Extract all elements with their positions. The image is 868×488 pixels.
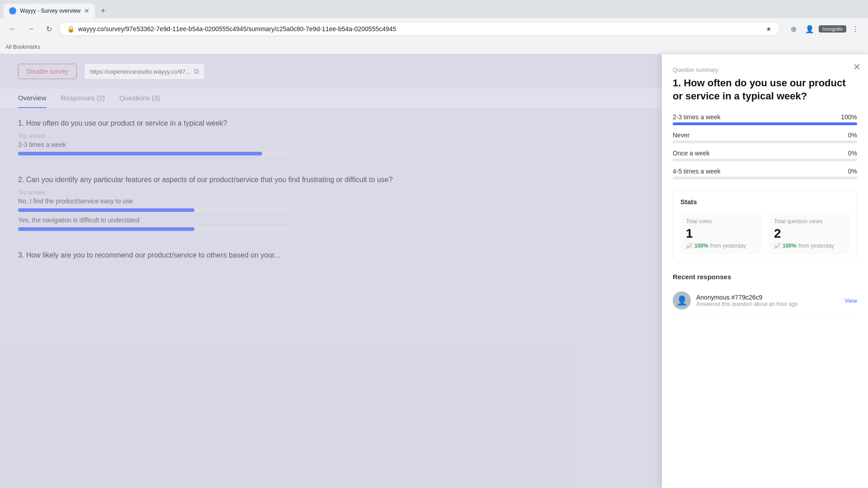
answer-row-0: 2-3 times a week 100%	[673, 113, 857, 121]
answer-bar-bg-3	[673, 177, 857, 179]
tab-bar: Wayyy - Survey overview ✕ +	[0, 0, 868, 18]
stats-grid: Total votes 1 📈 100% from yesterday Tota…	[680, 213, 849, 254]
answer-item-0: 2-3 times a week 100%	[673, 113, 857, 125]
answer-item-1: Never 0%	[673, 131, 857, 143]
panel-close-button[interactable]: ✕	[853, 61, 861, 72]
response-info-0: Anonymous #779c26c9 Answered this questi…	[696, 294, 839, 307]
tab-close-icon[interactable]: ✕	[84, 7, 90, 14]
total-votes-change-text: 100%	[694, 243, 708, 249]
left-pane: Disable survey https://uxperiencestudio.…	[0, 54, 662, 488]
answer-item-2: Once a week 0%	[673, 150, 857, 161]
profile-icon[interactable]: 👤	[802, 22, 817, 36]
answer-label-1: Never	[673, 131, 689, 139]
response-time-0: Answered this question about an hour ago	[696, 301, 839, 307]
panel-question-title: 1. How often do you use our product or s…	[673, 77, 857, 103]
answer-label-0: 2-3 times a week	[673, 113, 721, 121]
answer-summary-list: 2-3 times a week 100% Never 0% Once	[673, 113, 857, 179]
response-name-0: Anonymous #779c26c9	[696, 294, 839, 301]
answer-bar-fill-0	[673, 122, 857, 125]
answer-pct-1: 0%	[848, 131, 857, 139]
forward-button[interactable]: →	[24, 22, 38, 36]
tab-title: Wayyy - Survey overview	[20, 8, 80, 14]
tab-favicon	[9, 7, 16, 14]
address-bar[interactable]: 🔒 wayyy.co/survey/97e53362-7e9d-11ee-b54…	[60, 23, 779, 35]
total-views-change-text: 100%	[783, 243, 797, 249]
main-area: Disable survey https://uxperiencestudio.…	[0, 54, 868, 488]
url-text: wayyy.co/survey/97e53362-7e9d-11ee-b54a-…	[78, 25, 762, 33]
recent-responses-section: Recent responses 👤 Anonymous #779c26c9 A…	[673, 273, 857, 315]
view-response-button-0[interactable]: View	[844, 297, 857, 304]
answer-row-1: Never 0%	[673, 131, 857, 139]
panel-section-label: Question summary	[673, 67, 857, 73]
total-votes-label: Total votes	[686, 218, 756, 225]
right-panel: ✕ Question summary 1. How often do you u…	[662, 54, 868, 488]
reload-button[interactable]: ↻	[42, 22, 56, 36]
trend-up-icon: 📈	[686, 243, 693, 249]
stats-title: Stats	[680, 198, 849, 206]
total-votes-change-label: from yesterday	[710, 243, 746, 249]
avatar-0: 👤	[673, 291, 691, 310]
browser-chrome: Wayyy - Survey overview ✕ + ← → ↻ 🔒 wayy…	[0, 0, 868, 54]
total-views-card: Total question views 2 📈 100% from yeste…	[769, 213, 849, 254]
answer-row-2: Once a week 0%	[673, 150, 857, 157]
answer-pct-3: 0%	[848, 168, 857, 175]
answer-item-3: 4-5 times a week 0%	[673, 168, 857, 179]
total-views-label: Total question views	[774, 218, 844, 225]
total-views-change-label: from yesterday	[798, 243, 834, 249]
menu-icon[interactable]: ⋮	[848, 22, 863, 36]
total-views-value: 2	[774, 226, 844, 241]
response-item-0: 👤 Anonymous #779c26c9 Answered this ques…	[673, 286, 857, 315]
answer-pct-2: 0%	[848, 150, 857, 157]
bookmarks-bar: All Bookmarks	[0, 40, 868, 54]
new-tab-button[interactable]: +	[97, 5, 109, 17]
back-button[interactable]: ←	[5, 22, 20, 36]
answer-bar-bg-2	[673, 159, 857, 161]
stats-section: Stats Total votes 1 📈 100% from yesterda…	[673, 190, 857, 262]
bookmark-icon[interactable]: ⊕	[786, 22, 801, 36]
total-views-change: 📈 100% from yesterday	[774, 243, 844, 249]
nav-icons: ⊕ 👤 Incognito ⋮	[786, 22, 863, 36]
total-votes-card: Total votes 1 📈 100% from yesterday	[680, 213, 761, 254]
total-votes-change: 📈 100% from yesterday	[686, 243, 756, 249]
trend-up-icon-2: 📈	[774, 243, 781, 249]
answer-label-2: Once a week	[673, 150, 710, 157]
dimmed-overlay	[0, 54, 662, 488]
recent-responses-title: Recent responses	[673, 273, 857, 281]
answer-pct-0: 100%	[841, 113, 857, 121]
nav-bar: ← → ↻ 🔒 wayyy.co/survey/97e53362-7e9d-11…	[0, 18, 868, 40]
answer-bar-bg-0	[673, 122, 857, 125]
answer-row-3: 4-5 times a week 0%	[673, 168, 857, 175]
answer-label-3: 4-5 times a week	[673, 168, 721, 175]
total-votes-value: 1	[686, 226, 756, 241]
incognito-badge: Incognito	[819, 25, 846, 33]
bookmarks-label[interactable]: All Bookmarks	[5, 44, 40, 50]
browser-tab[interactable]: Wayyy - Survey overview ✕	[4, 4, 95, 18]
answer-bar-bg-1	[673, 141, 857, 143]
